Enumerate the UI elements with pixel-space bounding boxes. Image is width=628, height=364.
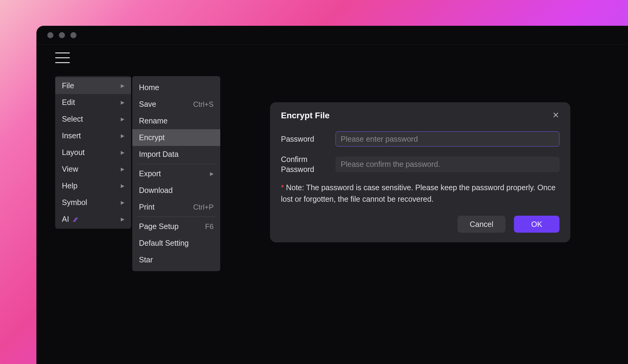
chevron-right-icon: ▶ [121, 200, 124, 205]
password-label: Password [281, 134, 336, 144]
menu-item-symbol[interactable]: Symbol▶ [55, 194, 131, 211]
encrypt-file-dialog: Encrypt File Password Confirm Password *… [270, 102, 570, 242]
menu-item-label: Edit [62, 98, 75, 107]
submenu-item-page-setup[interactable]: Page SetupF6 [132, 218, 220, 235]
menu-item-label: Download [139, 186, 173, 195]
menu-item-label: Encrypt [139, 133, 165, 142]
submenu-item-export[interactable]: Export▶ [132, 165, 220, 182]
submenu-item-encrypt[interactable]: Encrypt [132, 129, 220, 146]
confirm-password-input[interactable] [336, 157, 559, 172]
submenu-item-home[interactable]: Home [132, 79, 220, 96]
traffic-light-minimize[interactable] [59, 32, 65, 38]
menu-item-label: Export [139, 169, 161, 178]
shortcut-label: F6 [205, 222, 214, 231]
close-icon[interactable] [552, 111, 559, 120]
dialog-title: Encrypt File [281, 111, 329, 120]
menu-item-label: Print [139, 203, 154, 211]
menu-divider [137, 217, 215, 217]
ai-icon: ⫽ [72, 216, 78, 224]
menu-item-layout[interactable]: Layout▶ [55, 144, 131, 161]
submenu-item-print[interactable]: PrintCtrl+P [132, 199, 220, 215]
menu-primary: File▶Edit▶Select▶Insert▶Layout▶View▶Help… [55, 76, 131, 229]
menu-item-insert[interactable]: Insert▶ [55, 127, 131, 144]
chevron-right-icon: ▶ [121, 83, 124, 89]
shortcut-label: Ctrl+S [193, 100, 214, 109]
menu-item-label: Home [139, 83, 159, 92]
menu-file-submenu: HomeSaveCtrl+SRenameEncryptImport DataEx… [132, 76, 220, 271]
cancel-button[interactable]: Cancel [457, 216, 505, 233]
menu-item-label: Help [62, 181, 77, 190]
submenu-item-save[interactable]: SaveCtrl+S [132, 96, 220, 113]
menu-item-label: Symbol [62, 198, 87, 207]
chevron-right-icon: ▶ [121, 116, 124, 122]
chevron-right-icon: ▶ [121, 166, 124, 172]
shortcut-label: Ctrl+P [193, 203, 214, 211]
menu-item-label: Star [139, 255, 153, 264]
submenu-item-default-setting[interactable]: Default Setting [132, 235, 220, 251]
menu-item-label: Save [139, 100, 156, 109]
menu-item-help[interactable]: Help▶ [55, 177, 131, 194]
menu-item-edit[interactable]: Edit▶ [55, 94, 131, 111]
password-input[interactable] [336, 131, 559, 147]
menu-item-select[interactable]: Select▶ [55, 111, 131, 127]
menu-item-label: Import Data [139, 150, 179, 159]
submenu-item-download[interactable]: Download [132, 182, 220, 199]
submenu-item-star[interactable]: Star [132, 251, 220, 268]
hamburger-menu-icon[interactable] [55, 52, 70, 63]
menu-item-label: Default Setting [139, 239, 189, 248]
menu-item-label: View [62, 165, 78, 174]
menu-item-label: Select [62, 115, 83, 123]
note-asterisk: * [281, 183, 284, 192]
menu-item-label: Page Setup [139, 222, 179, 231]
traffic-light-maximize[interactable] [70, 32, 76, 38]
titlebar [36, 26, 628, 45]
menu-item-label: Rename [139, 116, 168, 125]
submenu-item-import-data[interactable]: Import Data [132, 146, 220, 163]
chevron-right-icon: ▶ [121, 183, 124, 189]
chevron-right-icon: ▶ [121, 150, 124, 155]
menu-item-file[interactable]: File▶ [55, 77, 131, 94]
content-area: File▶Edit▶Select▶Insert▶Layout▶View▶Help… [36, 45, 628, 71]
chevron-right-icon: ▶ [121, 216, 124, 222]
note-text: * Note: The password is case sensitive. … [281, 182, 559, 205]
menu-divider [137, 164, 215, 164]
menu-item-label: File [62, 81, 74, 90]
menu-item-label: Layout [62, 148, 85, 157]
menu-item-label: AI⫽ [62, 215, 78, 224]
confirm-password-label: Confirm Password [281, 154, 336, 174]
chevron-right-icon: ▶ [121, 99, 124, 105]
chevron-right-icon: ▶ [121, 133, 124, 139]
submenu-item-rename[interactable]: Rename [132, 113, 220, 129]
app-window: File▶Edit▶Select▶Insert▶Layout▶View▶Help… [36, 26, 628, 364]
menu-item-ai[interactable]: AI⫽▶ [55, 211, 131, 228]
chevron-right-icon: ▶ [210, 171, 214, 177]
menu-item-label: Insert [62, 131, 81, 140]
traffic-light-close[interactable] [47, 32, 53, 38]
ok-button[interactable]: OK [514, 216, 559, 233]
menu-item-view[interactable]: View▶ [55, 161, 131, 177]
